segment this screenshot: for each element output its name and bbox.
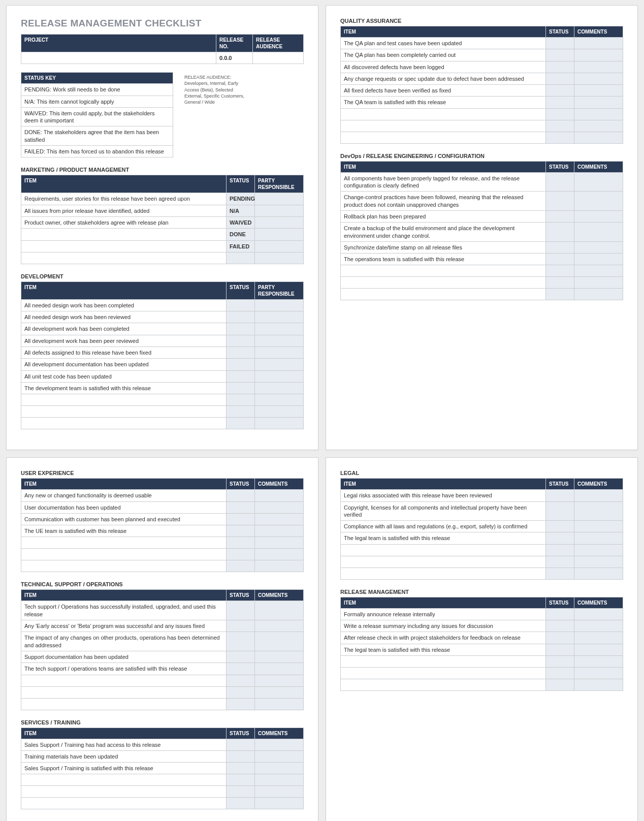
item-cell[interactable]: All components have been properly tagged…: [341, 172, 546, 192]
comments-cell[interactable]: [574, 223, 623, 242]
comments-cell[interactable]: [255, 651, 304, 662]
item-cell[interactable]: Any change requests or spec update due t…: [341, 73, 546, 84]
item-cell[interactable]: Sales Support / Training is satisfied wi…: [21, 763, 227, 774]
item-cell[interactable]: Change-control practices have been follo…: [341, 192, 546, 211]
comments-cell[interactable]: [255, 205, 304, 216]
comments-cell[interactable]: [255, 299, 304, 311]
status-cell[interactable]: [546, 49, 574, 61]
comments-cell[interactable]: [255, 798, 304, 809]
item-cell[interactable]: [21, 675, 227, 686]
status-cell[interactable]: [546, 632, 574, 644]
release-no-cell[interactable]: 0.0.0: [216, 52, 253, 64]
comments-cell[interactable]: [255, 525, 304, 537]
status-cell[interactable]: [227, 418, 255, 429]
item-cell[interactable]: Create a backup of the build environment…: [341, 223, 546, 242]
status-cell[interactable]: [546, 120, 574, 132]
status-cell[interactable]: [227, 370, 255, 382]
item-cell[interactable]: [21, 786, 227, 798]
status-cell[interactable]: [227, 786, 255, 798]
comments-cell[interactable]: [255, 686, 304, 698]
item-cell[interactable]: [21, 240, 227, 252]
comments-cell[interactable]: [255, 335, 304, 346]
status-cell[interactable]: [227, 698, 255, 710]
status-cell[interactable]: [227, 675, 255, 686]
status-cell[interactable]: [546, 490, 574, 501]
comments-cell[interactable]: [574, 108, 623, 120]
item-cell[interactable]: Support documentation has been updated: [21, 651, 227, 662]
item-cell[interactable]: [21, 698, 227, 710]
comments-cell[interactable]: [255, 549, 304, 560]
status-cell[interactable]: [227, 632, 255, 651]
status-cell[interactable]: [546, 85, 574, 97]
status-cell[interactable]: [546, 172, 574, 192]
status-cell[interactable]: [546, 38, 574, 49]
comments-cell[interactable]: [574, 655, 623, 667]
comments-cell[interactable]: [255, 750, 304, 762]
status-cell[interactable]: [546, 254, 574, 265]
item-cell[interactable]: [341, 289, 546, 300]
item-cell[interactable]: Synchronize date/time stamp on all relea…: [341, 241, 546, 253]
item-cell[interactable]: [341, 655, 546, 667]
comments-cell[interactable]: [574, 132, 623, 143]
status-cell[interactable]: [227, 560, 255, 572]
item-cell[interactable]: The legal team is satisfied with this re…: [341, 644, 546, 655]
item-cell[interactable]: [21, 774, 227, 786]
status-cell[interactable]: [546, 655, 574, 667]
comments-cell[interactable]: [255, 501, 304, 513]
item-cell[interactable]: [21, 560, 227, 572]
status-cell[interactable]: [227, 774, 255, 786]
item-cell[interactable]: Product owner, other stakeholders agree …: [21, 216, 227, 228]
status-cell[interactable]: [227, 347, 255, 359]
item-cell[interactable]: [21, 418, 227, 429]
item-cell[interactable]: The QA plan and test cases have been upd…: [341, 38, 546, 49]
comments-cell[interactable]: [574, 265, 623, 277]
item-cell[interactable]: Compliance with all laws and regulations…: [341, 521, 546, 532]
comments-cell[interactable]: [574, 192, 623, 211]
item-cell[interactable]: [341, 265, 546, 277]
item-cell[interactable]: The operations team is satisfied with th…: [341, 254, 546, 265]
item-cell[interactable]: The QA team is satisfied with this relea…: [341, 97, 546, 108]
item-cell[interactable]: The impact of any changes on other produ…: [21, 632, 227, 651]
item-cell[interactable]: Legal risks associated with this release…: [341, 490, 546, 501]
status-cell[interactable]: [227, 335, 255, 346]
comments-cell[interactable]: [574, 241, 623, 253]
status-cell[interactable]: [546, 241, 574, 253]
comments-cell[interactable]: [574, 277, 623, 289]
item-cell[interactable]: [341, 556, 546, 567]
item-cell[interactable]: User documentation has been updated: [21, 501, 227, 513]
status-cell[interactable]: [227, 406, 255, 418]
item-cell[interactable]: The tech support / operations teams are …: [21, 663, 227, 675]
comments-cell[interactable]: [255, 601, 304, 620]
comments-cell[interactable]: [574, 49, 623, 61]
status-cell[interactable]: [546, 132, 574, 143]
comments-cell[interactable]: [574, 556, 623, 567]
status-cell[interactable]: [546, 192, 574, 211]
comments-cell[interactable]: [255, 359, 304, 370]
item-cell[interactable]: The QA plan has been completely carried …: [341, 49, 546, 61]
status-cell[interactable]: [546, 521, 574, 532]
item-cell[interactable]: [21, 252, 227, 264]
status-cell[interactable]: [546, 223, 574, 242]
status-cell[interactable]: [227, 750, 255, 762]
status-cell[interactable]: [546, 679, 574, 690]
item-cell[interactable]: Training materials have been updated: [21, 750, 227, 762]
item-cell[interactable]: [21, 394, 227, 406]
status-cell[interactable]: [227, 359, 255, 370]
item-cell[interactable]: [21, 549, 227, 560]
item-cell[interactable]: Rollback plan has been prepared: [341, 210, 546, 222]
item-cell[interactable]: Any new or changed functionality is deem…: [21, 490, 227, 501]
comments-cell[interactable]: [574, 521, 623, 532]
item-cell[interactable]: After release check in with project stak…: [341, 632, 546, 644]
item-cell[interactable]: The legal team is satisfied with this re…: [341, 532, 546, 544]
status-cell[interactable]: [546, 501, 574, 521]
comments-cell[interactable]: [255, 763, 304, 774]
comments-cell[interactable]: [255, 240, 304, 252]
comments-cell[interactable]: [255, 311, 304, 323]
comments-cell[interactable]: [255, 663, 304, 675]
status-cell[interactable]: [546, 620, 574, 632]
status-cell[interactable]: [227, 311, 255, 323]
status-cell[interactable]: [227, 663, 255, 675]
item-cell[interactable]: All needed design work has been complete…: [21, 299, 227, 311]
item-cell[interactable]: The UE team is satisfied with this relea…: [21, 525, 227, 537]
comments-cell[interactable]: [255, 675, 304, 686]
